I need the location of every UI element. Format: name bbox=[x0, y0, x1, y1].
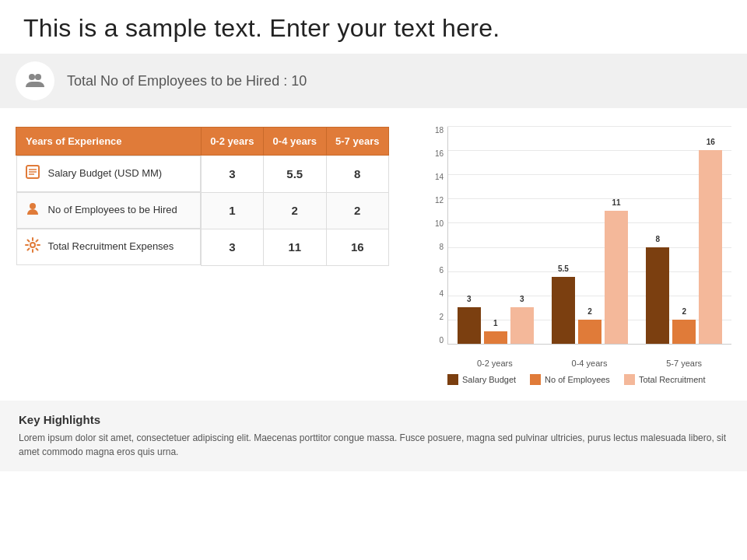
legend-item: Total Recruitment bbox=[624, 374, 706, 385]
bar: 1 bbox=[484, 331, 507, 344]
bar-group: 8216 bbox=[637, 150, 731, 344]
bar-value-label: 1 bbox=[493, 319, 498, 327]
y-axis-label: 2 bbox=[428, 313, 444, 321]
row-label: Total Recruitment Expenses bbox=[48, 240, 174, 254]
row-label-cell: No of Employees to be Hired bbox=[16, 192, 201, 229]
table-row: Salary Budget (USD MM)35.58 bbox=[16, 156, 389, 193]
bar-value-label: 5.5 bbox=[558, 264, 569, 273]
col-header-0-2: 0-2 years bbox=[201, 128, 263, 156]
table-cell: 2 bbox=[326, 192, 389, 229]
y-axis-label: 4 bbox=[428, 290, 444, 298]
bar-group: 313 bbox=[448, 307, 542, 344]
table-cell: 1 bbox=[201, 192, 263, 229]
y-axis: 024681012141618 bbox=[428, 127, 444, 345]
svg-point-0 bbox=[29, 74, 35, 80]
x-axis-label: 5-7 years bbox=[637, 359, 731, 368]
y-axis-label: 6 bbox=[428, 267, 444, 275]
bar-value-label: 16 bbox=[707, 138, 715, 146]
y-axis-label: 0 bbox=[428, 337, 444, 345]
data-table: Years of Experience 0-2 years 0-4 years … bbox=[16, 127, 389, 266]
bars-area: 3135.52118216 bbox=[447, 127, 731, 345]
table-cell: 16 bbox=[326, 229, 389, 265]
chart-legend: Salary BudgetNo of EmployeesTotal Recrui… bbox=[447, 374, 739, 385]
table-cell: 2 bbox=[264, 192, 326, 229]
x-labels: 0-2 years0-4 years5-7 years bbox=[447, 359, 731, 368]
row-icon bbox=[25, 164, 40, 184]
y-axis-label: 12 bbox=[428, 197, 444, 205]
svg-point-6 bbox=[30, 203, 36, 209]
table-cell: 5.5 bbox=[264, 156, 326, 193]
y-axis-label: 10 bbox=[428, 220, 444, 228]
row-icon bbox=[25, 201, 40, 220]
footer-text: Lorem ipsum dolor sit amet, consectetuer… bbox=[19, 431, 728, 459]
legend-color bbox=[447, 374, 458, 385]
x-axis-label: 0-2 years bbox=[447, 359, 542, 368]
banner: Total No of Employees to be Hired : 10 bbox=[0, 54, 747, 108]
bar: 3 bbox=[458, 307, 481, 344]
bar: 16 bbox=[699, 150, 722, 344]
row-icon bbox=[25, 237, 40, 257]
footer: Key Highlights Lorem ipsum dolor sit ame… bbox=[0, 401, 747, 471]
y-axis-label: 8 bbox=[428, 243, 444, 251]
bar-value-label: 2 bbox=[682, 307, 687, 316]
table-section: Years of Experience 0-2 years 0-4 years … bbox=[16, 127, 389, 385]
legend-item: No of Employees bbox=[530, 374, 610, 385]
legend-label: Salary Budget bbox=[462, 375, 516, 384]
y-axis-label: 14 bbox=[428, 173, 444, 181]
table-header-row: Years of Experience 0-2 years 0-4 years … bbox=[16, 128, 389, 156]
row-label-cell: Salary Budget (USD MM) bbox=[16, 156, 201, 192]
bar: 2 bbox=[578, 320, 601, 344]
col-header-0-4: 0-4 years bbox=[264, 128, 326, 156]
legend-label: No of Employees bbox=[545, 375, 610, 384]
bar-value-label: 3 bbox=[467, 295, 472, 303]
y-axis-label: 18 bbox=[428, 127, 444, 135]
page-title: This is a sample text. Enter your text h… bbox=[0, 0, 747, 54]
bar: 8 bbox=[646, 247, 669, 344]
svg-point-7 bbox=[30, 243, 35, 247]
row-label-cell: Total Recruitment Expenses bbox=[16, 229, 201, 265]
table-cell: 3 bbox=[201, 156, 263, 193]
bar-chart: 024681012141618 3135.52118216 0-2 years0… bbox=[405, 127, 739, 368]
employees-icon bbox=[16, 61, 54, 100]
bar-value-label: 8 bbox=[656, 235, 661, 243]
y-axis-label: 16 bbox=[428, 150, 444, 158]
table-row: Total Recruitment Expenses31116 bbox=[16, 229, 389, 265]
table-cell: 11 bbox=[264, 229, 326, 265]
legend-color bbox=[530, 374, 541, 385]
banner-text: Total No of Employees to be Hired : 10 bbox=[67, 73, 307, 89]
footer-title: Key Highlights bbox=[19, 413, 728, 426]
legend-item: Salary Budget bbox=[447, 374, 516, 385]
bar: 3 bbox=[510, 307, 534, 344]
bar-value-label: 2 bbox=[587, 307, 592, 316]
row-label: Salary Budget (USD MM) bbox=[48, 167, 163, 180]
x-axis-label: 0-4 years bbox=[542, 359, 637, 368]
col-header-5-7: 5-7 years bbox=[326, 128, 389, 156]
svg-point-1 bbox=[35, 74, 41, 80]
table-cell: 3 bbox=[201, 229, 263, 265]
bar-value-label: 3 bbox=[520, 295, 524, 303]
bar-value-label: 11 bbox=[612, 198, 620, 207]
bar-group: 5.5211 bbox=[542, 211, 637, 344]
bar: 2 bbox=[672, 320, 696, 344]
col-header-experience: Years of Experience bbox=[16, 128, 202, 156]
bar: 5.5 bbox=[552, 277, 575, 344]
main-content: Years of Experience 0-2 years 0-4 years … bbox=[0, 108, 747, 393]
legend-color bbox=[624, 374, 635, 385]
bar: 11 bbox=[605, 211, 628, 344]
chart-section: 024681012141618 3135.52118216 0-2 years0… bbox=[405, 127, 739, 385]
row-label: No of Employees to be Hired bbox=[48, 204, 177, 217]
legend-label: Total Recruitment bbox=[639, 375, 706, 384]
table-row: No of Employees to be Hired122 bbox=[16, 192, 389, 229]
table-cell: 8 bbox=[326, 156, 389, 193]
